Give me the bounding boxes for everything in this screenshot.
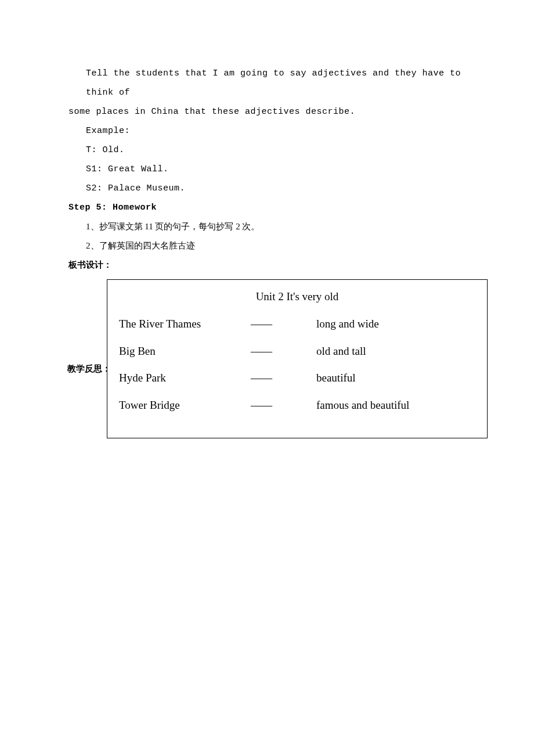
homework-item-1: 1、抄写课文第 11 页的句子，每句抄写 2 次。 xyxy=(68,217,466,236)
board-row: The River Thames —— long and wide xyxy=(119,318,475,331)
board-left: Big Ben xyxy=(119,345,229,358)
student2-line: S2: Palace Museum. xyxy=(68,179,466,198)
board-right: famous and beautiful xyxy=(293,399,475,412)
board-wrapper: 教学反思： Unit 2 It's very old The River Tha… xyxy=(68,279,466,438)
board-left: Hyde Park xyxy=(119,372,229,385)
example-label: Example: xyxy=(68,121,466,141)
board-right: beautiful xyxy=(293,372,475,385)
board-dash: —— xyxy=(229,399,293,412)
teacher-line: T: Old. xyxy=(68,141,466,160)
board-row: Big Ben —— old and tall xyxy=(119,345,475,358)
teaching-reflection-label: 教学反思： xyxy=(67,359,111,379)
board-right: long and wide xyxy=(293,318,475,331)
board-left: Tower Bridge xyxy=(119,399,229,412)
board-row: Hyde Park —— beautiful xyxy=(119,372,475,385)
step5-heading: Step 5: Homework xyxy=(68,198,466,217)
board-dash: —— xyxy=(229,372,293,385)
student1-line: S1: Great Wall. xyxy=(68,160,466,179)
board-design-label: 板书设计： xyxy=(68,255,466,275)
board-dash: —— xyxy=(229,318,293,331)
paragraph-line-1: Tell the students that I am going to say… xyxy=(68,64,466,102)
document-page: Tell the students that I am going to say… xyxy=(0,0,534,462)
homework-item-2: 2、了解英国的四大名胜古迹 xyxy=(68,236,466,255)
board-box: Unit 2 It's very old The River Thames ——… xyxy=(107,279,488,438)
board-left: The River Thames xyxy=(119,318,229,331)
paragraph-line-2: some places in China that these adjectiv… xyxy=(68,102,466,121)
board-title: Unit 2 It's very old xyxy=(119,290,475,304)
board-dash: —— xyxy=(229,345,293,358)
board-row: Tower Bridge —— famous and beautiful xyxy=(119,399,475,412)
board-right: old and tall xyxy=(293,345,475,358)
